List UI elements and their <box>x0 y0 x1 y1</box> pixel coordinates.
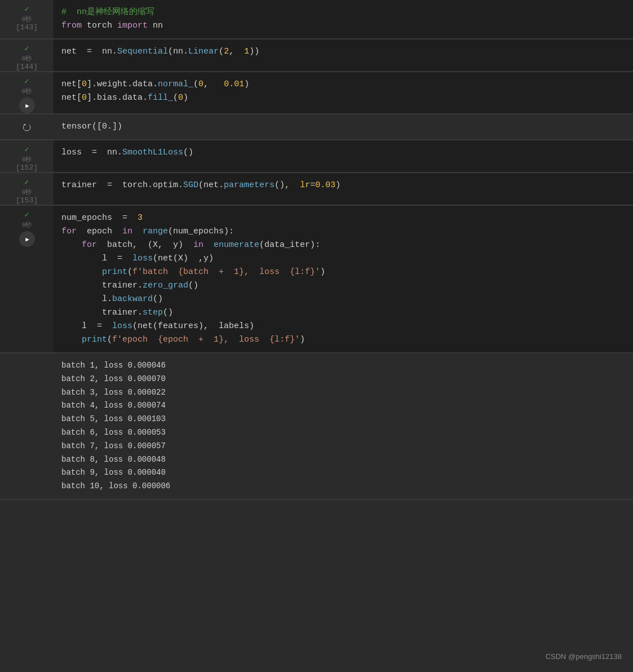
output-content-wi: tensor([0.]) <box>54 114 633 139</box>
cell-code-loop: num_epochs = 3 for epoch in range(num_ep… <box>54 206 633 352</box>
cell-gutter-144: ✓ 0秒 [144] <box>0 39 54 71</box>
cell-144: ✓ 0秒 [144] net = nn.Sequential(nn.Linear… <box>0 39 633 72</box>
nn-text: nn <box>148 21 163 30</box>
output-content-loop: batch 1, loss 0.000046 batch 2, loss 0.0… <box>54 353 633 499</box>
output-line-4: batch 4, loss 0.000074 <box>61 399 625 413</box>
cell-143: ✓ 0秒 [143] # nn是神经网络的缩写 from torch impor… <box>0 0 633 39</box>
cell-number-152: [152] <box>16 163 38 172</box>
check-icon-152: ✓ <box>25 145 29 154</box>
code-line-wi-1: net[0].weight.data.normal_(0, 0.01) <box>61 78 625 91</box>
output-line-5: batch 5, loss 0.000103 <box>61 413 625 426</box>
output-line-9: batch 9, loss 0.000040 <box>61 466 625 480</box>
code-line-loop-4: l = loss(net(X) ,y) <box>61 252 625 266</box>
cell-status-152: ✓ 0秒 <box>22 145 32 163</box>
output-icon-wi: ⭮ <box>19 119 35 135</box>
cell-number-143: [143] <box>16 23 38 32</box>
var-net: net <box>61 47 77 56</box>
output-text-wi: tensor([0.]) <box>61 120 625 134</box>
code-line-loop-3: for batch, (X, y) in enumerate(data_iter… <box>61 238 625 252</box>
cell-code-wi: net[0].weight.data.normal_(0, 0.01) net[… <box>54 72 633 113</box>
cell-number-144: [144] <box>16 63 38 71</box>
time-label-143: 0秒 <box>22 15 32 23</box>
code-line-144-1: net = nn.Sequential(nn.Linear(2, 1)) <box>61 45 625 59</box>
cell-code-143: # nn是神经网络的缩写 from torch import nn <box>54 0 633 38</box>
cell-153: ✓ 0秒 [153] trainer = torch.optim.SGD(net… <box>0 173 633 206</box>
output-gutter-wi: ⭮ <box>0 114 54 139</box>
check-icon-loop: ✓ <box>25 210 29 219</box>
notebook: ✓ 0秒 [143] # nn是神经网络的缩写 from torch impor… <box>0 0 633 500</box>
cell-gutter-loop: ✓ 0秒 <box>0 206 54 352</box>
output-gutter-loop <box>0 353 54 499</box>
output-line-3: batch 3, loss 0.000022 <box>61 386 625 400</box>
kw-from: from <box>61 21 82 30</box>
check-icon-143: ✓ <box>25 5 29 14</box>
cell-code-152: loss = nn.SmoothL1Loss() <box>54 140 633 172</box>
cell-152: ✓ 0秒 [152] loss = nn.SmoothL1Loss() <box>0 140 633 173</box>
run-button-wi[interactable] <box>19 98 35 113</box>
time-label-153: 0秒 <box>22 188 32 196</box>
cell-status-loop: ✓ 0秒 <box>22 210 32 229</box>
check-icon-wi: ✓ <box>25 77 29 86</box>
code-line-loop-8: trainer.step() <box>61 306 625 320</box>
output-cell-wi: ⭮ tensor([0.]) <box>0 114 633 140</box>
check-icon-144: ✓ <box>25 44 29 53</box>
cell-status-wi: ✓ 0秒 <box>22 77 32 95</box>
run-button-loop[interactable] <box>19 231 35 247</box>
csdn-watermark: CSDN @pengshi12138 <box>546 652 622 661</box>
code-line-152-1: loss = nn.SmoothL1Loss() <box>61 146 625 160</box>
cell-gutter-wi: ✓ 0秒 <box>0 72 54 113</box>
code-line-143-2: from torch import nn <box>61 19 625 33</box>
time-label-loop: 0秒 <box>22 220 32 229</box>
time-label-152: 0秒 <box>22 155 32 163</box>
cell-gutter-143: ✓ 0秒 [143] <box>0 0 54 38</box>
output-line-10: batch 10, loss 0.000006 <box>61 480 625 493</box>
code-line-loop-5: print(f'batch {batch + 1}, loss {l:f}') <box>61 266 625 279</box>
output-line-6: batch 6, loss 0.000053 <box>61 426 625 440</box>
cell-code-153: trainer = torch.optim.SGD(net.parameters… <box>54 173 633 205</box>
code-line-loop-7: l.backward() <box>61 293 625 306</box>
cell-gutter-152: ✓ 0秒 [152] <box>0 140 54 172</box>
cell-gutter-153: ✓ 0秒 [153] <box>0 173 54 205</box>
time-label-wi: 0秒 <box>22 87 32 95</box>
kw-import: import <box>117 21 148 30</box>
code-line-153-1: trainer = torch.optim.SGD(net.parameters… <box>61 179 625 192</box>
output-line-8: batch 8, loss 0.000048 <box>61 453 625 467</box>
code-line-loop-6: trainer.zero_grad() <box>61 279 625 293</box>
code-line-loop-9: l = loss(net(features), labels) <box>61 320 625 333</box>
cell-code-144: net = nn.Sequential(nn.Linear(2, 1)) <box>54 39 633 71</box>
output-line-7: batch 7, loss 0.000057 <box>61 440 625 453</box>
output-line-1: batch 1, loss 0.000046 <box>61 359 625 373</box>
output-cell-loop: batch 1, loss 0.000046 batch 2, loss 0.0… <box>0 353 633 500</box>
space: torch <box>82 21 117 30</box>
code-line-loop-1: num_epochs = 3 <box>61 211 625 225</box>
code-line-143-1: # nn是神经网络的缩写 <box>61 6 625 19</box>
cell-status-144: ✓ 0秒 <box>22 44 32 63</box>
code-line-loop-2: for epoch in range(num_epochs): <box>61 225 625 238</box>
cell-loop: ✓ 0秒 num_epochs = 3 for epoch in range(n… <box>0 206 633 353</box>
fn-linear: Linear <box>188 47 219 56</box>
code-line-wi-2: net[0].bias.data.fill_(0) <box>61 91 625 105</box>
cell-weight-init: ✓ 0秒 net[0].weight.data.normal_(0, 0.01)… <box>0 72 633 114</box>
cell-status-153: ✓ 0秒 <box>22 178 32 196</box>
time-label-144: 0秒 <box>22 54 32 63</box>
code-line-loop-10: print(f'epoch {epoch + 1}, loss {l:f}') <box>61 333 625 347</box>
cell-status-143: ✓ 0秒 <box>22 5 32 23</box>
fn-sequential: Sequential <box>117 47 168 56</box>
check-icon-153: ✓ <box>25 178 29 187</box>
comment-143: # nn是神经网络的缩写 <box>61 7 154 17</box>
cell-number-153: [153] <box>16 196 38 205</box>
output-line-2: batch 2, loss 0.000070 <box>61 373 625 386</box>
